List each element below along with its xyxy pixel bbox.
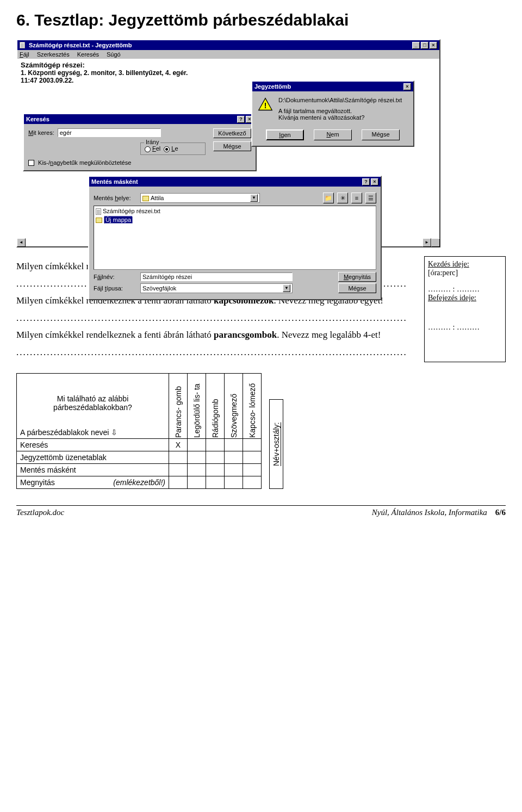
yes-button[interactable]: Igen [266,129,304,140]
col-szovegmezo: Szövegmező [225,374,243,439]
message-titlebar[interactable]: Jegyzettömb × [252,82,413,91]
page-heading: 6. Tesztlap: Jegyzettömb párbeszédablaka… [16,11,506,29]
folder-icon [142,196,149,201]
details-view-button[interactable]: ☰ [365,193,376,203]
case-checkbox-label: Kis-/nagybetűk megkülönböztetése [38,159,131,166]
no-button[interactable]: Nem [314,129,352,140]
filetype-dropdown[interactable]: Szövegfájlok ▼ [140,283,293,293]
notepad-titlebar[interactable]: Számítógép részei.txt - Jegyzettömb _ □ … [17,40,439,50]
list-item[interactable]: Új mappa [95,215,375,224]
cancel-button[interactable]: Mégse [362,129,400,140]
col-parancsgomb: Parancs- gomb [169,374,188,439]
case-checkbox[interactable] [28,160,34,166]
radio-down-label: Le [171,145,178,152]
menu-help[interactable]: Súgó [107,51,121,58]
filename-label: Fájlnév: [94,274,137,280]
dropdown-arrow-icon: ▼ [250,194,258,202]
close-button[interactable]: × [430,42,437,49]
warning-icon: ! [258,97,273,112]
table-row: Jegyzettömb üzenetablak [17,451,262,464]
notepad-title: Számítógép részei.txt - Jegyzettömb [29,42,132,48]
col-legordulo: Legördülő lis- ta [188,374,206,439]
page-footer: Tesztlapok.doc Nyúl, Általános Iskola, I… [16,505,506,517]
saveas-dialog: Mentés másként ?× Mentés helye: Attila ▼… [88,176,382,300]
save-location-label: Mentés helye: [94,195,137,201]
notepad-editor[interactable]: Számítógép részei: 1. Központi egység, 2… [17,59,439,246]
scroll-left-button[interactable]: ◄ [17,238,26,247]
saveas-titlebar[interactable]: Mentés másként ?× [89,177,381,187]
message-line: A fájl tartalma megváltozott. [278,108,402,114]
filetype-label: Fájl típusa: [94,285,137,292]
document-icon [96,208,101,215]
minimize-button[interactable]: _ [412,42,420,49]
folder-icon [96,218,102,223]
maximize-button[interactable]: □ [421,42,428,49]
menu-file[interactable]: Fájl [20,51,29,58]
message-dialog: Jegyzettömb × ! D:\Dokumentumok\Attila\S… [251,80,414,147]
notepad-icon [20,42,25,48]
radio-up-label: Fel [152,145,160,152]
list-item[interactable]: Számítógép részei.txt [95,207,375,215]
menu-edit[interactable]: Szerkesztés [37,51,70,58]
scroll-right-button[interactable]: ► [422,238,431,247]
answer-line: ........................................… [16,311,417,325]
save-location-dropdown[interactable]: Attila ▼ [140,193,260,203]
time-box: Kezdés ideje: [óra:perc] ……… : ……… Befej… [424,256,506,362]
footer-right: Nyúl, Általános Iskola, Informatika 6/6 [372,508,506,517]
table-row: Keresés X [17,439,262,451]
table-row: Megnyitás (emlékezetből!) [17,476,262,489]
notepad-menubar: Fájl Szerkesztés Keresés Súgó [17,50,439,59]
find-next-button[interactable]: Következő [213,128,251,138]
notepad-window: Számítógép részei.txt - Jegyzettömb _ □ … [16,39,440,247]
footer-left: Tesztlapok.doc [16,508,64,517]
saveas-title: Mentés másként [91,178,138,185]
answer-table: Mi található az alábbi párbeszédablakokb… [16,373,262,489]
editor-line: 1. Központi egység, 2. monitor, 3. bille… [21,69,436,77]
find-input[interactable]: egér [58,128,161,137]
list-view-button[interactable]: ≡ [351,193,362,203]
help-button[interactable]: ? [362,178,370,185]
table-row: Mentés másként [17,464,262,476]
menu-search[interactable]: Keresés [77,51,99,58]
direction-group-label: Irány [144,139,160,145]
close-button[interactable]: × [371,178,378,185]
table-header-left: Mi található az alábbi párbeszédablakokb… [17,374,169,439]
resize-grip-icon[interactable] [431,238,440,247]
up-folder-button[interactable]: 📁 [323,193,334,203]
cancel-button[interactable]: Mégse [338,283,376,293]
message-title: Jegyzettömb [254,83,291,90]
file-list[interactable]: Számítógép részei.txt Új mappa [94,206,376,270]
svg-text:!: ! [264,101,267,110]
filename-input[interactable]: Számítógép részei [140,272,293,281]
dropdown-arrow-icon: ▼ [283,284,290,292]
answer-line: ........................................… [16,345,417,359]
message-path: D:\Dokumentumok\Attila\Számítógép részei… [278,97,402,103]
help-button[interactable]: ? [237,116,245,123]
radio-up[interactable] [145,146,151,152]
col-kapcsolomezo: Kapcso- lómező [243,374,262,439]
message-line: Kívánja menteni a változásokat? [278,114,402,121]
cancel-button[interactable]: Mégse [213,141,251,151]
radio-down[interactable] [164,146,170,152]
name-class-box: Név+osztály: [269,399,283,489]
search-title: Keresés [26,116,49,122]
search-titlebar[interactable]: Keresés ? × [24,114,256,124]
editor-line: Számítógép részei: [21,61,436,69]
new-folder-button[interactable]: ✳ [337,193,348,203]
open-button[interactable]: Megnyitás [338,272,376,282]
search-dialog: Keresés ? × Mit keres: egér Irány [23,113,257,171]
col-radiogomb: Rádiógomb [206,374,225,439]
close-button[interactable]: × [403,83,411,90]
find-label: Mit keres: [28,129,54,136]
